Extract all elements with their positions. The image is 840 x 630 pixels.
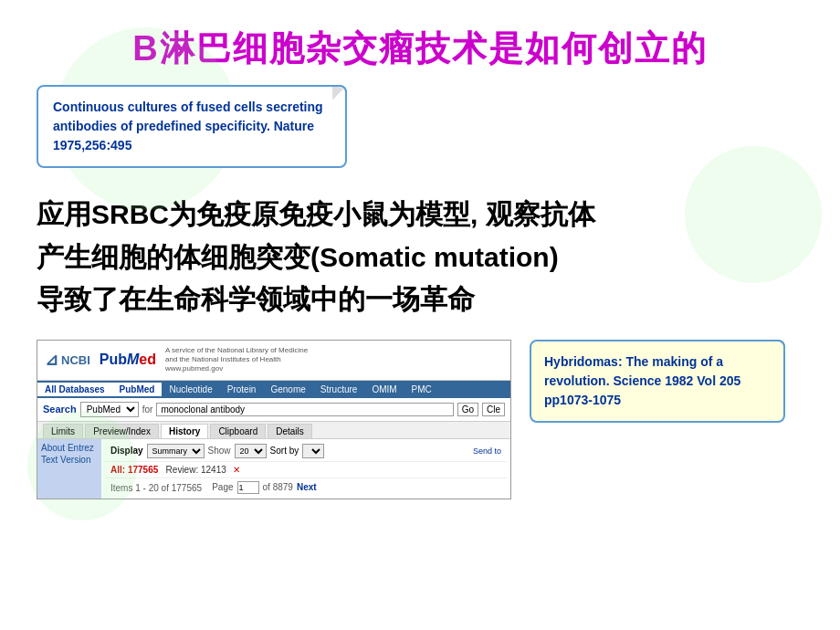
page-label: Page xyxy=(212,482,233,492)
pubmed-logo: PubMed xyxy=(100,352,156,368)
display-label: Display xyxy=(110,446,143,456)
main-results-area: About Entrez Text Version Display Summar… xyxy=(37,439,510,499)
page-input[interactable] xyxy=(237,481,259,494)
sidebar-area: About Entrez Text Version xyxy=(37,439,101,499)
text-version-link[interactable]: Text Version xyxy=(41,455,98,465)
ncbi-label: NCBI xyxy=(61,353,90,367)
search-row: Search PubMed for Go Cle xyxy=(37,398,510,422)
search-database-select[interactable]: PubMed xyxy=(80,402,139,417)
service-line2: and the National Institutes of Health xyxy=(165,355,308,364)
service-line1: A service of the National Library of Med… xyxy=(165,346,308,355)
results-info: All: 177565 Review: 12413 ✕ xyxy=(105,462,507,478)
pubmed-med-rest: ed xyxy=(139,352,156,367)
tab-history[interactable]: History xyxy=(161,424,208,438)
display-row: Display Summary Show 20 Sort by Send to xyxy=(105,441,507,462)
ncbi-icon: ⊿ xyxy=(45,350,58,370)
pubmed-nav: All Databases PubMed Nucleotide Protein … xyxy=(37,381,510,398)
content-area: Continuous cultures of fused cells secre… xyxy=(0,85,840,321)
nav-omim[interactable]: OMIM xyxy=(364,383,404,396)
pubmed-service: A service of the National Library of Med… xyxy=(165,346,308,374)
body-line1: 应用SRBC为免疫原免疫小鼠为模型, 观察抗体 xyxy=(37,194,803,236)
tab-limits[interactable]: Limits xyxy=(43,424,83,438)
bottom-section: ⊿ NCBI PubMed A service of the National … xyxy=(0,340,840,499)
sort-select[interactable] xyxy=(302,444,324,458)
nav-nucleotide[interactable]: Nucleotide xyxy=(162,383,219,396)
nav-structure[interactable]: Structure xyxy=(313,383,365,396)
clear-button[interactable]: Cle xyxy=(482,403,505,416)
pubmed-header: ⊿ NCBI PubMed A service of the National … xyxy=(37,341,510,381)
show-label: Show xyxy=(208,446,231,456)
citation-top-text: Continuous cultures of fused cells secre… xyxy=(53,98,331,155)
tab-preview-index[interactable]: Preview/Index xyxy=(85,424,159,438)
pubmed-med-italic: M xyxy=(127,352,139,367)
about-entrez-link[interactable]: About Entrez xyxy=(41,443,98,453)
pubmed-pub: Pub xyxy=(100,352,127,367)
pubmed-site: www.pubmed.gov xyxy=(165,364,308,373)
search-input[interactable] xyxy=(156,403,453,416)
nav-pubmed[interactable]: PubMed xyxy=(112,383,163,396)
show-select[interactable]: 20 xyxy=(235,444,267,458)
results-tabs: Limits Preview/Index History Clipboard D… xyxy=(37,422,510,439)
go-button[interactable]: Go xyxy=(457,403,478,416)
body-text: 应用SRBC为免疫原免疫小鼠为模型, 观察抗体 产生细胞的体细胞突变(Somat… xyxy=(37,194,803,321)
items-label: Items 1 - 20 of 177565 xyxy=(110,482,202,492)
page-next[interactable]: Next xyxy=(297,482,317,492)
results-x-icon[interactable]: ✕ xyxy=(233,465,240,475)
nav-protein[interactable]: Protein xyxy=(220,383,264,396)
nav-genome[interactable]: Genome xyxy=(263,383,312,396)
sort-label: Sort by xyxy=(270,446,299,456)
ncbi-logo: ⊿ NCBI xyxy=(45,350,90,370)
page-of: of 8879 xyxy=(263,482,293,492)
display-select[interactable]: Summary xyxy=(147,444,205,458)
tab-clipboard[interactable]: Clipboard xyxy=(210,424,266,438)
search-label: Search xyxy=(43,404,77,415)
body-line2: 产生细胞的体细胞突变(Somatic mutation) xyxy=(37,236,803,279)
nav-all-databases[interactable]: All Databases xyxy=(37,383,112,396)
page-nav: Page of 8879 Next xyxy=(212,481,316,494)
nav-pmc[interactable]: PMC xyxy=(404,383,439,396)
citation-right-text: Hybridomas: The making of a revolution. … xyxy=(544,352,771,410)
results-review: Review: 12413 xyxy=(166,465,226,475)
pubmed-screenshot: ⊿ NCBI PubMed A service of the National … xyxy=(37,340,511,499)
slide-title: B淋巴细胞杂交瘤技术是如何创立的 xyxy=(0,0,840,85)
citation-box-right: Hybridomas: The making of a revolution. … xyxy=(530,340,785,423)
results-all: All: 177565 xyxy=(110,465,158,475)
results-main: Display Summary Show 20 Sort by Send to xyxy=(101,439,510,499)
sendto-button[interactable]: Send to xyxy=(473,446,501,456)
body-line3: 导致了在生命科学领域中的一场革命 xyxy=(37,278,803,321)
citation-box-top: Continuous cultures of fused cells secre… xyxy=(37,85,347,168)
tab-details[interactable]: Details xyxy=(268,424,312,438)
results-items: Items 1 - 20 of 177565 Page of 8879 Next xyxy=(105,478,507,497)
search-for-label: for xyxy=(142,404,153,415)
